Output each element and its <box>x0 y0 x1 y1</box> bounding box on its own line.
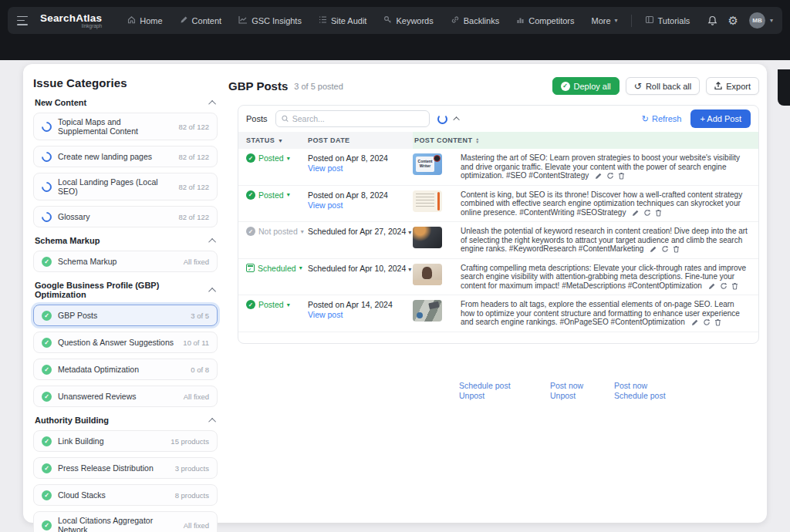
regenerate-icon[interactable] <box>703 318 711 326</box>
column-header-post-content[interactable]: POST CONTENT ▲▼ <box>413 132 758 149</box>
nav-item-backlinks[interactable]: Backlinks <box>442 7 508 34</box>
regenerate-icon[interactable] <box>661 245 669 253</box>
sidebar-item-schema-markup[interactable]: ✓Schema MarkupAll fixed <box>33 251 218 272</box>
edit-pencil-icon[interactable] <box>632 209 640 217</box>
table-row: ✓Posted ▾ Posted on Apr 14, 2024 View po… <box>238 295 758 332</box>
brand-logo[interactable]: SearchAtlas linkgraph <box>40 13 102 29</box>
delete-trash-icon[interactable] <box>655 209 662 217</box>
sidebar-item-glossary[interactable]: Glossary82 of 122 <box>33 206 218 227</box>
deploy-all-button[interactable]: ✓ Deploy all <box>552 77 620 95</box>
sidebar-item-unanswered-reviews[interactable]: ✓Unanswered ReviewsAll fixed <box>33 386 218 407</box>
roll-back-all-button[interactable]: ↺ Roll back all <box>626 77 700 95</box>
check-circle-icon: ✓ <box>42 338 52 348</box>
menu-icon[interactable] <box>17 16 29 25</box>
search-box[interactable] <box>275 110 430 127</box>
edit-pencil-icon[interactable] <box>650 245 657 253</box>
table-row: ✓Not posted ▾ Scheduled for Apr 27, 2024… <box>238 222 758 259</box>
thumbnail-cell <box>413 300 461 327</box>
edit-pencil-icon[interactable] <box>595 172 603 180</box>
delete-trash-icon[interactable] <box>714 318 721 326</box>
sidebar-item-cloud-stacks[interactable]: ✓Cloud Stacks8 products <box>33 484 218 506</box>
sidebar-item-local-citations-aggregator-network[interactable]: ✓Local Citations Aggregator NetworkAll f… <box>33 511 218 532</box>
nav-item-content[interactable]: Content <box>171 7 231 34</box>
add-post-button[interactable]: + Add Post <box>690 109 751 128</box>
status-caret-icon: ▾ <box>287 155 290 162</box>
sidebar-item-count: 82 of 122 <box>178 123 209 131</box>
sidebar-item-label: Local Citations Aggregator Network <box>58 516 177 532</box>
sidebar-item-link-building[interactable]: ✓Link Building15 products <box>33 430 218 452</box>
section-header-new-content[interactable]: New Content <box>35 98 216 107</box>
status-badge[interactable]: ✓Posted ▾ <box>246 153 290 163</box>
nav-items: HomeContentGSC InsightsSite AuditKeyword… <box>119 7 698 34</box>
post-thumbnail[interactable]: ContentWriter <box>413 153 442 175</box>
post-date-cell: Posted on Apr 8, 2024 View post <box>308 153 413 180</box>
status-badge[interactable]: Scheduled ▾ <box>246 264 302 273</box>
notifications-bell-icon[interactable] <box>707 15 717 26</box>
sidebar-item-press-release-distribution[interactable]: ✓Press Release Distribution3 products <box>33 457 218 479</box>
edit-pencil-icon[interactable] <box>708 282 716 290</box>
delete-trash-icon[interactable] <box>731 282 738 290</box>
sidebar-item-metadata-optimization[interactable]: ✓Metadata Optimization0 of 8 <box>33 359 218 380</box>
sidebar-item-gbp-posts[interactable]: ✓GBP Posts3 of 5 <box>33 305 218 326</box>
post-thumbnail[interactable] <box>413 300 442 322</box>
view-post-link[interactable]: View post <box>308 163 343 173</box>
rollback-icon: ↺ <box>634 82 642 91</box>
sidebar-item-label: Schema Markup <box>58 257 177 266</box>
section-header-google-business-profile-gbp-optimization[interactable]: Google Business Profile (GBP) Optimizati… <box>35 281 216 299</box>
post-date-cell: Posted on Apr 8, 2024 View post <box>308 190 413 217</box>
action-link-unpost[interactable]: Unpost <box>550 392 600 401</box>
sidebar-item-question-answer-suggestions[interactable]: ✓Question & Answer Suggestions10 of 11 <box>33 332 218 353</box>
status-badge[interactable]: ✓Not posted ▾ <box>246 227 304 236</box>
view-post-link[interactable]: View post <box>308 310 343 319</box>
sidebar-item-count: 8 products <box>175 491 209 500</box>
delete-trash-icon[interactable] <box>618 172 625 180</box>
section-header-authority-building[interactable]: Authority Building <box>35 416 216 425</box>
date-caret-icon[interactable]: ▾ <box>408 266 411 273</box>
nav-item-keywords[interactable]: Keywords <box>375 7 441 34</box>
nav-item-site-audit[interactable]: Site Audit <box>310 7 375 34</box>
sidebar-item-local-landing-pages-local-seo-[interactable]: Local Landing Pages (Local SEO)82 of 122 <box>33 173 218 200</box>
nav-item-more[interactable]: More▾ <box>582 7 626 34</box>
action-link-post-now[interactable]: Post now <box>614 382 699 391</box>
column-header-post-date[interactable]: POST DATE <box>308 132 413 149</box>
sidebar-item-label: Local Landing Pages (Local SEO) <box>58 177 172 196</box>
check-circle-icon: ✓ <box>42 463 52 473</box>
sidebar-item-label: Question & Answer Suggestions <box>58 338 177 347</box>
date-caret-icon[interactable]: ▾ <box>408 229 411 236</box>
nav-item-competitors[interactable]: Competitors <box>508 7 582 34</box>
column-header-status[interactable]: STATUS▼ <box>238 132 308 149</box>
nav-item-gsc-insights[interactable]: GSC Insights <box>230 7 310 34</box>
posts-table-body: ✓Posted ▾ Posted on Apr 8, 2024 View pos… <box>238 149 758 332</box>
sidebar-item-topical-maps-and-supplemental-content[interactable]: Topical Maps and Supplemental Content82 … <box>33 113 218 140</box>
regenerate-icon[interactable] <box>643 209 651 217</box>
refresh-button[interactable]: ↻ Refresh <box>642 114 682 123</box>
regenerate-icon[interactable] <box>606 172 614 180</box>
post-thumbnail[interactable] <box>413 264 442 285</box>
user-menu[interactable]: MB ▾ <box>749 12 773 29</box>
thumbnail-cell <box>413 227 461 254</box>
sidebar-item-create-new-landing-pages[interactable]: Create new landing pages82 of 122 <box>33 146 218 167</box>
post-thumbnail[interactable] <box>413 190 442 212</box>
action-link-schedule-post[interactable]: Schedule post <box>459 382 550 391</box>
check-circle-icon: ✓ <box>42 257 52 267</box>
nav-item-tutorials[interactable]: Tutorials <box>636 7 699 34</box>
export-button[interactable]: Export <box>706 77 759 95</box>
settings-gear-icon[interactable]: ⚙ <box>728 15 738 26</box>
status-badge[interactable]: ✓Posted ▾ <box>246 190 290 200</box>
post-thumbnail[interactable] <box>413 227 442 248</box>
delete-trash-icon[interactable] <box>673 245 680 253</box>
action-link-schedule-post[interactable]: Schedule post <box>614 392 699 401</box>
status-badge[interactable]: ✓Posted ▾ <box>246 300 290 309</box>
action-link-post-now[interactable]: Post now <box>550 382 600 391</box>
search-input[interactable] <box>292 114 424 123</box>
collapse-chevron-icon[interactable] <box>453 116 459 123</box>
section-header-schema-markup[interactable]: Schema Markup <box>35 236 216 245</box>
edit-pencil-icon[interactable] <box>691 318 699 326</box>
view-post-link[interactable]: View post <box>308 200 343 210</box>
progress-spinner-icon <box>39 150 53 163</box>
row-actions <box>691 318 721 326</box>
action-link-unpost[interactable]: Unpost <box>459 392 550 401</box>
post-content-cell: From headers to alt tags, explore the es… <box>461 300 758 327</box>
regenerate-icon[interactable] <box>720 282 728 290</box>
nav-item-home[interactable]: Home <box>119 7 170 34</box>
